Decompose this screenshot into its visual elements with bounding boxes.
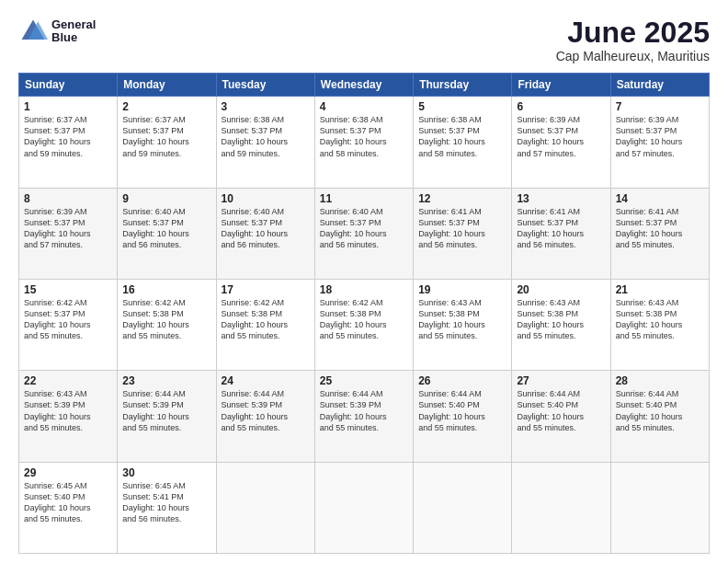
cell-info: Sunrise: 6:38 AMSunset: 5:37 PMDaylight:…: [418, 114, 506, 159]
day-number: 26: [418, 374, 506, 387]
day-number: 9: [122, 192, 210, 205]
logo-icon: [18, 17, 48, 46]
cell-info: Sunrise: 6:45 AMSunset: 5:40 PMDaylight:…: [24, 480, 112, 525]
calendar-cell: 24Sunrise: 6:44 AMSunset: 5:39 PMDayligh…: [216, 371, 314, 462]
calendar-cell: 22Sunrise: 6:43 AMSunset: 5:39 PMDayligh…: [19, 371, 118, 462]
weekday-header: Monday: [118, 74, 216, 97]
cell-info: Sunrise: 6:44 AMSunset: 5:40 PMDaylight:…: [616, 388, 704, 433]
weekday-header: Saturday: [610, 74, 709, 97]
calendar-cell: [314, 462, 413, 553]
cell-info: Sunrise: 6:40 AMSunset: 5:37 PMDaylight:…: [122, 206, 210, 251]
cell-info: Sunrise: 6:44 AMSunset: 5:39 PMDaylight:…: [122, 388, 210, 433]
calendar-week-row: 15Sunrise: 6:42 AMSunset: 5:37 PMDayligh…: [19, 279, 710, 370]
calendar-cell: 12Sunrise: 6:41 AMSunset: 5:37 PMDayligh…: [414, 188, 512, 279]
header: General Blue June 2025 Cap Malheureux, M…: [18, 17, 710, 63]
cell-info: Sunrise: 6:42 AMSunset: 5:38 PMDaylight:…: [222, 297, 310, 342]
calendar-cell: 7Sunrise: 6:39 AMSunset: 5:37 PMDaylight…: [610, 97, 709, 188]
day-number: 20: [517, 283, 605, 296]
day-number: 27: [517, 374, 605, 387]
calendar-cell: 26Sunrise: 6:44 AMSunset: 5:40 PMDayligh…: [414, 371, 512, 462]
calendar-cell: 17Sunrise: 6:42 AMSunset: 5:38 PMDayligh…: [216, 279, 314, 370]
calendar-cell: 27Sunrise: 6:44 AMSunset: 5:40 PMDayligh…: [512, 371, 610, 462]
logo-line1: General: [51, 18, 96, 31]
calendar-cell: 2Sunrise: 6:37 AMSunset: 5:37 PMDaylight…: [118, 97, 216, 188]
day-number: 1: [24, 100, 112, 113]
cell-info: Sunrise: 6:41 AMSunset: 5:37 PMDaylight:…: [418, 206, 506, 251]
day-number: 22: [24, 374, 112, 387]
day-number: 3: [222, 100, 310, 113]
weekday-header: Tuesday: [216, 74, 314, 97]
calendar-cell: 11Sunrise: 6:40 AMSunset: 5:37 PMDayligh…: [314, 188, 413, 279]
day-number: 16: [122, 283, 210, 296]
day-number: 8: [24, 192, 112, 205]
month-title: June 2025: [556, 17, 710, 49]
calendar-cell: 21Sunrise: 6:43 AMSunset: 5:38 PMDayligh…: [610, 279, 709, 370]
calendar-cell: 14Sunrise: 6:41 AMSunset: 5:37 PMDayligh…: [610, 188, 709, 279]
day-number: 21: [616, 283, 704, 296]
day-number: 5: [418, 100, 506, 113]
day-number: 24: [222, 374, 310, 387]
page: General Blue June 2025 Cap Malheureux, M…: [0, 0, 728, 563]
cell-info: Sunrise: 6:42 AMSunset: 5:38 PMDaylight:…: [122, 297, 210, 342]
weekday-header: Wednesday: [314, 74, 413, 97]
day-number: 11: [320, 192, 408, 205]
logo-line2: Blue: [51, 31, 96, 44]
cell-info: Sunrise: 6:41 AMSunset: 5:37 PMDaylight:…: [616, 206, 704, 251]
cell-info: Sunrise: 6:44 AMSunset: 5:39 PMDaylight:…: [222, 388, 310, 433]
calendar-cell: 29Sunrise: 6:45 AMSunset: 5:40 PMDayligh…: [19, 462, 118, 553]
calendar-cell: 13Sunrise: 6:41 AMSunset: 5:37 PMDayligh…: [512, 188, 610, 279]
cell-info: Sunrise: 6:40 AMSunset: 5:37 PMDaylight:…: [320, 206, 408, 251]
cell-info: Sunrise: 6:44 AMSunset: 5:40 PMDaylight:…: [418, 388, 506, 433]
day-number: 4: [320, 100, 408, 113]
day-number: 2: [122, 100, 210, 113]
day-number: 18: [320, 283, 408, 296]
calendar-cell: 3Sunrise: 6:38 AMSunset: 5:37 PMDaylight…: [216, 97, 314, 188]
logo-text: General Blue: [51, 18, 96, 45]
calendar-cell: 9Sunrise: 6:40 AMSunset: 5:37 PMDaylight…: [118, 188, 216, 279]
day-number: 17: [222, 283, 310, 296]
cell-info: Sunrise: 6:42 AMSunset: 5:38 PMDaylight:…: [320, 297, 408, 342]
calendar-cell: 20Sunrise: 6:43 AMSunset: 5:38 PMDayligh…: [512, 279, 610, 370]
calendar: SundayMondayTuesdayWednesdayThursdayFrid…: [18, 73, 710, 554]
cell-info: Sunrise: 6:38 AMSunset: 5:37 PMDaylight:…: [222, 114, 310, 159]
calendar-week-row: 22Sunrise: 6:43 AMSunset: 5:39 PMDayligh…: [19, 371, 710, 462]
cell-info: Sunrise: 6:43 AMSunset: 5:38 PMDaylight:…: [616, 297, 704, 342]
calendar-cell: [610, 462, 709, 553]
day-number: 30: [122, 466, 210, 479]
weekday-header: Thursday: [414, 74, 512, 97]
calendar-cell: 6Sunrise: 6:39 AMSunset: 5:37 PMDaylight…: [512, 97, 610, 188]
calendar-cell: [512, 462, 610, 553]
day-number: 12: [418, 192, 506, 205]
cell-info: Sunrise: 6:38 AMSunset: 5:37 PMDaylight:…: [320, 114, 408, 159]
weekday-header: Sunday: [19, 74, 118, 97]
cell-info: Sunrise: 6:39 AMSunset: 5:37 PMDaylight:…: [517, 114, 605, 159]
calendar-cell: 10Sunrise: 6:40 AMSunset: 5:37 PMDayligh…: [216, 188, 314, 279]
cell-info: Sunrise: 6:37 AMSunset: 5:37 PMDaylight:…: [122, 114, 210, 159]
cell-info: Sunrise: 6:37 AMSunset: 5:37 PMDaylight:…: [24, 114, 112, 159]
calendar-cell: 1Sunrise: 6:37 AMSunset: 5:37 PMDaylight…: [19, 97, 118, 188]
calendar-week-row: 1Sunrise: 6:37 AMSunset: 5:37 PMDaylight…: [19, 97, 710, 188]
calendar-cell: 4Sunrise: 6:38 AMSunset: 5:37 PMDaylight…: [314, 97, 413, 188]
cell-info: Sunrise: 6:43 AMSunset: 5:39 PMDaylight:…: [24, 388, 112, 433]
day-number: 19: [418, 283, 506, 296]
day-number: 14: [616, 192, 704, 205]
cell-info: Sunrise: 6:44 AMSunset: 5:40 PMDaylight:…: [517, 388, 605, 433]
calendar-cell: 8Sunrise: 6:39 AMSunset: 5:37 PMDaylight…: [19, 188, 118, 279]
location: Cap Malheureux, Mauritius: [556, 49, 710, 63]
calendar-cell: 16Sunrise: 6:42 AMSunset: 5:38 PMDayligh…: [118, 279, 216, 370]
logo: General Blue: [18, 17, 96, 46]
calendar-cell: 18Sunrise: 6:42 AMSunset: 5:38 PMDayligh…: [314, 279, 413, 370]
calendar-week-row: 29Sunrise: 6:45 AMSunset: 5:40 PMDayligh…: [19, 462, 710, 553]
day-number: 25: [320, 374, 408, 387]
day-number: 23: [122, 374, 210, 387]
calendar-week-row: 8Sunrise: 6:39 AMSunset: 5:37 PMDaylight…: [19, 188, 710, 279]
calendar-header-row: SundayMondayTuesdayWednesdayThursdayFrid…: [19, 74, 710, 97]
calendar-cell: 25Sunrise: 6:44 AMSunset: 5:39 PMDayligh…: [314, 371, 413, 462]
day-number: 28: [616, 374, 704, 387]
cell-info: Sunrise: 6:40 AMSunset: 5:37 PMDaylight:…: [222, 206, 310, 251]
day-number: 6: [517, 100, 605, 113]
cell-info: Sunrise: 6:44 AMSunset: 5:39 PMDaylight:…: [320, 388, 408, 433]
cell-info: Sunrise: 6:39 AMSunset: 5:37 PMDaylight:…: [24, 206, 112, 251]
calendar-cell: 30Sunrise: 6:45 AMSunset: 5:41 PMDayligh…: [118, 462, 216, 553]
calendar-cell: [414, 462, 512, 553]
